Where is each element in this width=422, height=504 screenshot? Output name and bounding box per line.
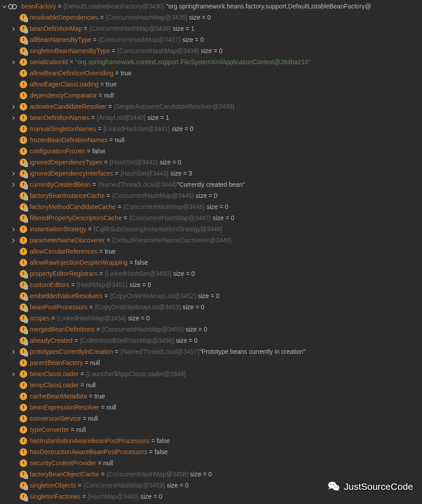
field-name: ignoredDependencyInterfaces (30, 168, 113, 179)
tree-row[interactable]: finstantiationStrategy = {CglibSubclassi… (0, 224, 422, 235)
chevron-right-icon[interactable] (10, 348, 17, 356)
tree-row[interactable]: fignoredDependencyTypes = {HashSet@3442}… (0, 157, 422, 168)
tree-row[interactable]: fbeanExpressionResolver = null (0, 402, 422, 413)
chevron-down-icon[interactable] (1, 3, 8, 10)
arrow-placeholder (10, 293, 17, 300)
arrow-placeholder (10, 337, 17, 344)
chevron-right-icon[interactable] (10, 226, 17, 233)
object-reference: {ConcurrentHashMap@3446} (123, 201, 205, 213)
tree-row[interactable]: fmergedBeanDefinitions = {ConcurrentHash… (0, 324, 422, 335)
tree-row[interactable]: ftempClassLoader = null (0, 380, 422, 391)
chevron-right-icon[interactable] (10, 371, 17, 378)
lock-icon (24, 497, 28, 501)
tree-row[interactable]: fallowBeanDefinitionOverriding = true (0, 68, 422, 79)
tree-row[interactable]: fparentBeanFactory = null (0, 357, 422, 369)
primitive-value: false (155, 447, 168, 458)
field-icon: f (20, 415, 27, 422)
chevron-right-icon[interactable] (10, 181, 17, 188)
field-final-icon: f (20, 203, 27, 211)
tree-row[interactable]: ffactoryBeanObjectCache = {ConcurrentHas… (0, 469, 422, 480)
watermark-text: JustSourceCode (344, 481, 413, 492)
field-final-icon: f (20, 303, 27, 311)
field-name: instantiationStrategy (30, 224, 86, 235)
field-name: factoryBeanObjectCache (30, 469, 99, 480)
tree-row[interactable]: fbeanDefinitionNames = {ArrayList@3440} … (0, 112, 422, 123)
object-tostring: "Currently created bean" (177, 179, 245, 190)
tree-row[interactable]: fconversionService = null (0, 413, 422, 424)
collection-size: size = 0 (186, 324, 208, 335)
tree-row[interactable]: fhasInstantiationAwareBeanPostProcessors… (0, 435, 422, 447)
tree-row[interactable]: ffactoryMethodCandidateCache = {Concurre… (0, 201, 422, 213)
chevron-right-icon[interactable] (10, 25, 17, 33)
tree-row[interactable]: ffactoryBeanInstanceCache = {ConcurrentH… (0, 190, 422, 201)
tree-row[interactable]: fserializationId = "org.springframework.… (0, 57, 422, 68)
field-icon: f (20, 437, 27, 445)
tree-row[interactable]: fignoredDependencyInterfaces = {HashSet@… (0, 168, 422, 179)
field-name: parameterNameDiscoverer (30, 235, 105, 246)
field-name: resolvableDependencies (30, 12, 98, 23)
tree-row[interactable]: fscopes = {LinkedHashMap@3454} size = 0 (0, 313, 422, 324)
tree-row[interactable]: fsingletonBeanNamesByType = {ConcurrentH… (0, 45, 422, 57)
chevron-right-icon[interactable] (10, 237, 17, 244)
tree-row[interactable]: fconfigurationFrozen = false (0, 146, 422, 157)
field-name: serializationId (30, 57, 68, 68)
field-icon: f (20, 370, 27, 378)
tree-row[interactable]: fbeanDefinitionMap = {ConcurrentHashMap@… (0, 23, 422, 34)
field-icon: f (20, 448, 27, 456)
arrow-placeholder (10, 248, 17, 255)
tree-row[interactable]: fmanualSingletonNames = {LinkedHashSet@3… (0, 123, 422, 135)
field-name: parentBeanFactory (30, 357, 83, 369)
tree-row[interactable]: fparameterNameDiscoverer = {DefaultParam… (0, 235, 422, 246)
tree-row[interactable]: fautowireCandidateResolver = {SimpleAuto… (0, 101, 422, 112)
tree-row[interactable]: fembeddedValueResolvers = {CopyOnWriteAr… (0, 291, 422, 302)
tree-row[interactable]: fcurrentlyCreatedBean = {NamedThreadLoca… (0, 179, 422, 190)
object-reference: {ConcurrentHashMap@3458} (107, 469, 188, 480)
object-reference: {LinkedHashSet@3450} (105, 268, 172, 279)
watermark: JustSourceCode (327, 479, 413, 493)
field-icon: f (20, 459, 27, 467)
field-name: singletonFactories (30, 491, 81, 502)
tree-row[interactable]: fprototypesCurrentlyInCreation = {NamedT… (0, 346, 422, 357)
object-reference: {ConcurrentHashMap@3445} (112, 190, 194, 201)
object-reference: {NamedThreadLocal@3444} (98, 179, 177, 190)
chevron-right-icon[interactable] (10, 115, 17, 122)
tree-row[interactable]: ftypeConverter = null (0, 424, 422, 435)
lock-icon (24, 486, 28, 490)
field-icon: f (20, 359, 27, 367)
tree-row[interactable]: fallowRawInjectionDespiteWrapping = fals… (0, 257, 422, 268)
tree-row[interactable]: ffilteredPropertyDescriptorsCache = {Con… (0, 213, 422, 224)
primitive-value: false (92, 146, 106, 157)
tree-row[interactable]: fcacheBeanMetadata = true (0, 391, 422, 402)
tree-row[interactable]: falreadyCreated = {Collections$SetFromMa… (0, 335, 422, 346)
debug-variable-tree[interactable]: beanFactory = {DefaultListableBeanFactor… (0, 0, 422, 502)
field-name: factoryMethodCandidateCache (30, 201, 116, 213)
tree-row-root[interactable]: beanFactory = {DefaultListableBeanFactor… (0, 1, 422, 12)
lock-icon (24, 208, 28, 212)
object-reference: {Collections$SetFromMap@3456} (80, 335, 174, 346)
tree-row[interactable]: fhasDestructionAwareBeanPostProcessors =… (0, 447, 422, 458)
tree-row[interactable]: fcustomEditors = {HashMap@3451} size = 0 (0, 279, 422, 291)
tree-row[interactable]: fallowEagerClassLoading = true (0, 79, 422, 90)
tree-row[interactable]: ffrozenBeanDefinitionNames = null (0, 135, 422, 146)
tree-row[interactable]: fbeanPostProcessors = {CopyOnWriteArrayL… (0, 302, 422, 313)
field-name: beanDefinitionNames (30, 112, 90, 123)
tree-row[interactable]: fpropertyEditorRegistrars = {LinkedHashS… (0, 268, 422, 279)
object-reference: {HashSet@3442} (110, 157, 158, 168)
chevron-right-icon[interactable] (10, 59, 17, 66)
field-final-icon: f (20, 270, 27, 278)
field-name: currentlyCreatedBean (30, 179, 90, 190)
tree-row[interactable]: fdependencyComparator = null (0, 90, 422, 101)
field-icon: f (20, 70, 27, 77)
tree-row[interactable]: fbeanClassLoader = {Launcher$AppClassLoa… (0, 369, 422, 380)
chevron-right-icon[interactable] (10, 170, 17, 177)
tree-row[interactable]: fsecurityContextProvider = null (0, 458, 422, 469)
chevron-right-icon[interactable] (10, 103, 17, 111)
tree-row[interactable]: fresolvableDependencies = {ConcurrentHas… (0, 12, 422, 23)
tree-row[interactable]: fallowCircularReferences = true (0, 246, 422, 257)
lock-icon (24, 286, 28, 290)
field-name: propertyEditorRegistrars (30, 268, 98, 279)
object-reference: {ConcurrentHashMap@3435} (106, 12, 188, 23)
field-icon: f (20, 81, 27, 88)
arrow-placeholder (10, 14, 17, 21)
tree-row[interactable]: fallBeanNamesByType = {ConcurrentHashMap… (0, 34, 422, 45)
